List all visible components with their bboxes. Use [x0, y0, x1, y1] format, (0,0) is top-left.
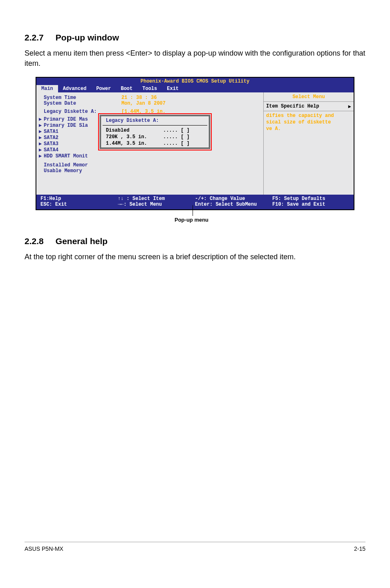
section-number: 2.2.8 [25, 236, 53, 246]
triangle-icon: ▶ [39, 128, 44, 135]
section-title: General help [56, 236, 108, 246]
help-body: difies the capacity and sical size of di… [264, 111, 354, 134]
footer-change-value: -/+: Change Value [195, 196, 272, 202]
list-item[interactable]: Primary IDE Mas [44, 117, 88, 122]
list-item[interactable]: SATA4 [44, 147, 58, 153]
footer-select-menu: →←: Select Menu [118, 202, 195, 207]
section-heading-general-help: 2.2.8 General help [25, 236, 365, 246]
popup-option[interactable]: Disabled ..... [ ] [101, 127, 209, 134]
tab-boot[interactable]: Boot [116, 85, 137, 92]
section-title: Pop-up window [56, 33, 119, 42]
system-time-label: System Time [44, 95, 121, 101]
system-date-label: System Date [44, 101, 121, 106]
popup-option-label: 720K , 3.5 in. [106, 134, 163, 140]
tab-advanced[interactable]: Advanced [58, 85, 92, 92]
popup-option[interactable]: 1.44M, 3.5 in. ..... [ ] [101, 140, 209, 147]
callout-line [193, 205, 193, 216]
list-item[interactable]: Primary IDE Sla [44, 123, 88, 128]
triangle-right-icon: ▶ [348, 103, 351, 110]
triangle-icon: ▶ [39, 116, 44, 122]
section-paragraph: Select a menu item then press <Enter> to… [25, 48, 365, 69]
legacy-diskette-label[interactable]: Legacy Diskette A: [44, 109, 121, 114]
footer-page-number: 2-15 [354, 545, 365, 552]
tab-main[interactable]: Main [36, 85, 58, 92]
usable-memory: Usable Memory [44, 168, 82, 174]
list-item[interactable]: HDD SMART Monit [44, 153, 88, 159]
footer-setup-defaults: F5: Setup Defaults [272, 196, 350, 202]
bios-title: Phoenix-Award BIOS CMOS Setup Utility [36, 78, 354, 85]
bios-menubar: Main Advanced Power Boot Tools Exit [36, 85, 354, 92]
bios-footer: F1:Help ↑↓ : Select Item -/+: Change Val… [36, 195, 354, 209]
tab-tools[interactable]: Tools [137, 85, 162, 92]
triangle-icon: ▶ [39, 147, 44, 153]
footer-save-exit: F10: Save and Exit [272, 202, 350, 207]
footer-select-submenu: Enter: Select SubMenu [195, 202, 272, 207]
triangle-icon: ▶ [39, 153, 44, 159]
popup-option-marker: ..... [ ] [163, 134, 190, 140]
installed-memory: Installed Memor [44, 162, 88, 168]
popup-option-label: Disabled [106, 128, 163, 133]
list-item[interactable]: SATA2 [44, 135, 58, 141]
tab-power[interactable]: Power [91, 85, 116, 92]
section-number: 2.2.7 [25, 33, 53, 43]
select-menu-title: Select Menu [264, 92, 354, 102]
footer-product: ASUS P5N-MX [25, 545, 63, 552]
bios-right-pane: Select Menu Item Specific Help▶ difies t… [264, 92, 354, 195]
system-date-value[interactable]: Mon, Jan 8 2007 [121, 101, 166, 106]
help-line: difies the capacity and [266, 113, 351, 119]
triangle-icon: ▶ [39, 135, 44, 141]
item-specific-help-head: Item Specific Help▶ [264, 102, 354, 111]
footer-change-value-text: -/+: Change Value [195, 196, 245, 202]
tab-exit[interactable]: Exit [162, 85, 184, 92]
bios-left-pane: System Time 21 : 38 : 36 System Date Mon… [36, 92, 264, 195]
section-paragraph: At the top right corner of the menu scre… [25, 252, 365, 262]
triangle-icon: ▶ [39, 122, 44, 128]
footer-select-submenu-text: Enter: Select SubMenu [195, 202, 257, 207]
popup-title: Legacy Diskette A: [101, 117, 209, 125]
footer-select-item: ↑↓ : Select Item [118, 196, 195, 202]
popup-option-marker: ..... [ ] [163, 141, 190, 146]
popup-window: Legacy Diskette A: Disabled ..... [ ] 72… [100, 115, 210, 149]
system-time-value[interactable]: 21 : 38 : 36 [121, 95, 157, 101]
list-item[interactable]: SATA1 [44, 129, 58, 135]
popup-option-marker: ..... [ ] [163, 128, 190, 133]
help-head-text: Item Specific Help [266, 103, 319, 109]
footer-exit: ESC: Exit [40, 202, 118, 207]
popup-option[interactable]: 720K , 3.5 in. ..... [ ] [101, 134, 209, 140]
callout: Pop-up menu [36, 212, 354, 228]
footer-help: F1:Help [40, 196, 118, 202]
bios-screenshot: Phoenix-Award BIOS CMOS Setup Utility Ma… [36, 77, 354, 210]
page-footer: ASUS P5N-MX 2-15 [25, 542, 365, 552]
popup-divider [103, 125, 207, 126]
help-line: sical size of diskette [266, 119, 351, 126]
popup-option-label: 1.44M, 3.5 in. [106, 141, 163, 146]
section-heading-popup: 2.2.7 Pop-up window [25, 33, 365, 43]
legacy-diskette-value[interactable]: [1.44M, 3.5 in. [121, 109, 166, 114]
help-line: ve A. [266, 126, 351, 132]
callout-label: Pop-up menu [175, 217, 208, 223]
list-item[interactable]: SATA3 [44, 141, 58, 147]
triangle-icon: ▶ [39, 141, 44, 147]
